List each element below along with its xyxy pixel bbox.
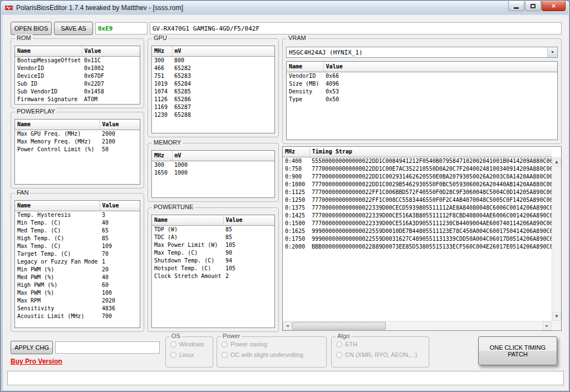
apply-chg-button[interactable]: APPLY CHG bbox=[11, 341, 53, 354]
gpu-header-mv[interactable]: mV bbox=[172, 46, 274, 56]
table-row[interactable]: 75165283 bbox=[152, 72, 274, 80]
table-row[interactable]: 300800 bbox=[152, 56, 274, 64]
chevron-down-icon[interactable]: ▼ bbox=[547, 47, 557, 57]
table-row[interactable]: VendorID0x1002 bbox=[15, 64, 140, 72]
table-row[interactable]: 0:1500777000000000000022339D00CE516A3D90… bbox=[283, 220, 552, 227]
powertune-header-value[interactable]: Value bbox=[223, 215, 274, 225]
save-as-button[interactable]: SAVE AS bbox=[54, 22, 93, 35]
table-row[interactable]: 112665286 bbox=[152, 96, 274, 103]
scroll-left-icon[interactable]: ◄ bbox=[283, 321, 292, 330]
table-row[interactable]: Max GPU Freq. (MHz)2000 bbox=[15, 130, 140, 138]
table-row[interactable]: DeviceID0x67DF bbox=[15, 72, 140, 80]
table-row[interactable]: 0:1000777000000000000022DD1C0029B5462930… bbox=[283, 181, 552, 188]
vertical-scrollbar[interactable]: ▲ ▼ bbox=[552, 157, 561, 321]
table-row[interactable]: High PWM (%)60 bbox=[15, 281, 140, 289]
timing-header-strap[interactable]: Timing Strap bbox=[309, 147, 552, 157]
table-row[interactable]: Max PWM (%)100 bbox=[15, 289, 140, 297]
table-row[interactable]: Hotspot Temp. (C)105 bbox=[152, 265, 274, 272]
scroll-down-icon[interactable]: ▼ bbox=[552, 312, 561, 321]
horizontal-scrollbar[interactable]: ◄ ► bbox=[283, 321, 552, 330]
title-bar[interactable]: PolarisBiosEditor 1.7.4 tweaked by Mattt… bbox=[1, 1, 569, 14]
table-row[interactable]: Max Temp. (C)90 bbox=[152, 249, 274, 257]
table-row[interactable]: Max Temp. (C)109 bbox=[15, 242, 140, 250]
radio-os-linux[interactable]: Linux bbox=[170, 351, 213, 358]
powerplay-header-value[interactable]: Value bbox=[100, 120, 140, 130]
table-row[interactable]: 0:750777000000000000022DD1C00E7AC3522105… bbox=[283, 165, 552, 173]
timing-header-mhz[interactable]: MHz bbox=[283, 147, 309, 157]
table-row[interactable]: Clock Stretch Amount2 bbox=[152, 272, 274, 280]
table-row[interactable]: Acoustic Limit (MHz)700 bbox=[15, 312, 140, 320]
vram-module-select[interactable]: H5GC4H24AJ (HYNIX_1) ▼ bbox=[286, 47, 558, 58]
table-row[interactable]: Sub VendorID0x1458 bbox=[15, 88, 140, 96]
vram-header-name[interactable]: Name bbox=[287, 62, 323, 72]
table-row[interactable]: 0:1125777000000000000022FF1C006BBD572F40… bbox=[283, 188, 552, 196]
table-row[interactable]: 16501000 bbox=[152, 169, 274, 177]
table-row[interactable]: Density0x53 bbox=[287, 88, 557, 96]
table-row[interactable]: Temp. Hysteresis3 bbox=[15, 211, 140, 219]
maximize-button[interactable] bbox=[525, 1, 541, 11]
table-row[interactable]: 0:2000BBB000000000000022889D0073EE85D538… bbox=[283, 243, 552, 251]
vram-header-value[interactable]: Value bbox=[323, 62, 557, 72]
scroll-up-icon[interactable]: ▲ bbox=[552, 157, 561, 166]
table-row[interactable]: VendorID0x66 bbox=[287, 72, 557, 80]
table-row[interactable]: Legacy or Fuzzy Fan Mode1 bbox=[15, 258, 140, 266]
minimize-button[interactable] bbox=[508, 1, 524, 11]
table-row[interactable]: 46665282 bbox=[152, 64, 274, 72]
rom-header-name[interactable]: Name bbox=[15, 46, 82, 56]
table-row[interactable]: 0:900777000000000000022DD1C0029314626205… bbox=[283, 173, 552, 181]
table-row[interactable]: 116965287 bbox=[152, 103, 274, 111]
table-row[interactable]: TDP (W)85 bbox=[152, 225, 274, 234]
table-row[interactable]: 101965284 bbox=[152, 80, 274, 88]
table-row[interactable]: 0:1750999000000000000022559D0031627C4890… bbox=[283, 235, 552, 243]
radio-algo-cn[interactable]: CN (XMR, RYO, AEON,...) bbox=[336, 351, 429, 358]
table-row[interactable]: Max RPM2020 bbox=[15, 297, 140, 305]
fan-header-value[interactable]: Value bbox=[100, 201, 140, 211]
memory-header-mv[interactable]: mV bbox=[172, 151, 274, 161]
scroll-right-icon[interactable]: ► bbox=[543, 321, 552, 330]
radio-power-saving[interactable]: Power saving bbox=[222, 341, 326, 348]
table-row[interactable]: Med Temp. (C)65 bbox=[15, 227, 140, 235]
table-row[interactable]: Size (MB)4096 bbox=[287, 80, 557, 88]
table-row[interactable]: 0:400555000000000000022DD1C0084941212F05… bbox=[283, 157, 552, 165]
table-row[interactable]: Max Memory Freq. (MHz)2100 bbox=[15, 138, 140, 146]
table-row[interactable]: Sub ID0x22D7 bbox=[15, 80, 140, 88]
powerplay-header-name[interactable]: Name bbox=[15, 120, 100, 130]
table-row[interactable]: 0:1425777000000000000022339D00CE516A3B80… bbox=[283, 212, 552, 220]
one-click-timing-patch-button[interactable]: ONE CLICK TIMING PATCH bbox=[478, 336, 557, 365]
rom-header-value[interactable]: Value bbox=[82, 46, 140, 56]
table-row[interactable]: 0:1375777000000000000022339D00CECD593980… bbox=[283, 204, 552, 212]
table-row[interactable]: Power Control Limit (%)50 bbox=[15, 146, 140, 153]
table-row[interactable]: 123065288 bbox=[152, 111, 274, 119]
table-row[interactable]: 3001000 bbox=[152, 161, 274, 169]
buy-pro-link[interactable]: Buy Pro Version bbox=[11, 358, 62, 365]
table-row[interactable]: Min PWM (%)20 bbox=[15, 266, 140, 274]
apply-input[interactable] bbox=[55, 341, 160, 354]
table-row[interactable]: Max Power Limit (W)105 bbox=[152, 241, 274, 249]
table-row[interactable]: Sensitivity4836 bbox=[15, 305, 140, 312]
table-row[interactable]: 0:1250777000000000000022FF1C008CC5583446… bbox=[283, 196, 552, 204]
table-row[interactable]: 0:1625999000000000000022559D0010DE7B4480… bbox=[283, 227, 552, 235]
bios-name-field[interactable] bbox=[150, 22, 562, 34]
table-row[interactable]: BootupMessageOffset0x11C bbox=[15, 56, 140, 64]
radio-algo-eth[interactable]: ETH bbox=[336, 341, 429, 348]
radio-os-windows[interactable]: Windows bbox=[170, 341, 213, 348]
powertune-header-name[interactable]: Name bbox=[152, 215, 223, 225]
table-row[interactable]: Type0x50 bbox=[287, 96, 557, 103]
table-row[interactable]: TDC (A)85 bbox=[152, 234, 274, 241]
table-row[interactable]: Target Temp. (C)70 bbox=[15, 250, 140, 258]
fan-header-name[interactable]: Name bbox=[15, 201, 100, 211]
open-bios-button[interactable]: OPEN BIOS bbox=[11, 22, 52, 35]
table-row[interactable]: Min Temp. (C)40 bbox=[15, 219, 140, 227]
table-row[interactable]: Firmware SignatureATOM bbox=[15, 96, 140, 103]
horizontal-scroll-thumb[interactable] bbox=[292, 322, 386, 330]
gpu-header-mhz[interactable]: MHz bbox=[152, 46, 172, 56]
close-button[interactable]: × bbox=[542, 1, 566, 11]
radio-power-oc[interactable]: OC with slight undervolting bbox=[222, 351, 326, 358]
memory-header-mhz[interactable]: MHz bbox=[152, 151, 172, 161]
status-field[interactable] bbox=[7, 371, 564, 385]
table-row[interactable]: Med PWM (%)40 bbox=[15, 274, 140, 281]
table-row[interactable]: Shutdown Temp. (C)94 bbox=[152, 257, 274, 265]
offset-field[interactable] bbox=[95, 22, 148, 34]
table-row[interactable]: High Temp. (C)85 bbox=[15, 235, 140, 242]
table-row[interactable]: 107465285 bbox=[152, 88, 274, 96]
